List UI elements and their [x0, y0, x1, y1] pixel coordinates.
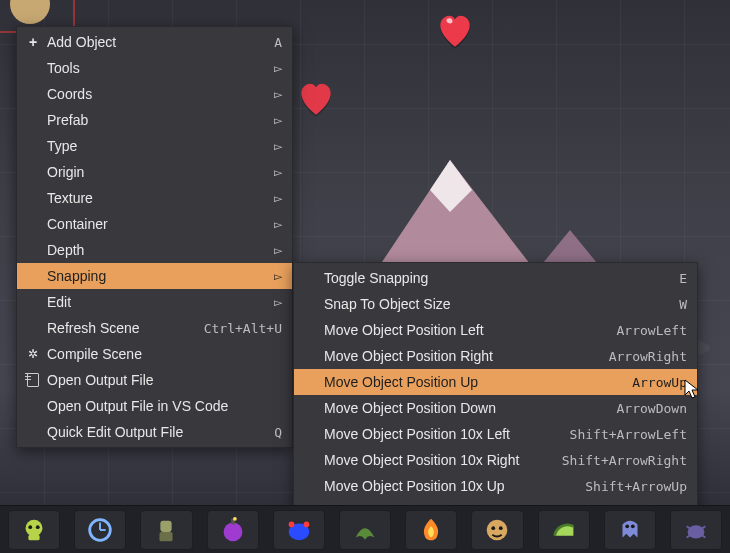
svg-marker-1 — [430, 160, 472, 212]
menu-item-open-output-file[interactable]: Open Output File — [17, 367, 292, 393]
menu-item-prefab[interactable]: Prefab▻ — [17, 107, 292, 133]
submenu-item-move-object-position-right[interactable]: Move Object Position RightArrowRight — [294, 343, 697, 369]
menu-item-snapping[interactable]: Snapping▻ — [17, 263, 292, 289]
ghost-icon — [615, 515, 645, 545]
tray-item-melon[interactable] — [538, 510, 590, 550]
submenu-item-label: Move Object Position Down — [320, 400, 601, 416]
flame-icon — [416, 515, 446, 545]
submenu-item-label: Snap To Object Size — [320, 296, 663, 312]
menu-item-container[interactable]: Container▻ — [17, 211, 292, 237]
menu-item-shortcut: A — [258, 35, 282, 50]
submenu-item-shortcut: ArrowLeft — [601, 323, 687, 338]
chevron-right-icon: ▻ — [270, 88, 282, 101]
tray-item-flame[interactable] — [405, 510, 457, 550]
menu-item-origin[interactable]: Origin▻ — [17, 159, 292, 185]
svg-point-12 — [28, 525, 32, 529]
svg-point-13 — [36, 525, 40, 529]
plus-icon — [23, 34, 43, 50]
tray-item-clock[interactable] — [74, 510, 126, 550]
svg-point-27 — [499, 526, 503, 530]
menu-item-label: Open Output File in VS Code — [43, 398, 282, 414]
svg-point-26 — [492, 526, 496, 530]
bug-icon — [681, 515, 711, 545]
submenu-item-shortcut: W — [663, 297, 687, 312]
asset-tray — [0, 505, 730, 553]
menu-item-texture[interactable]: Texture▻ — [17, 185, 292, 211]
submenu-item-shortcut: Shift+ArrowUp — [569, 479, 687, 494]
svg-point-21 — [233, 516, 237, 520]
tray-item-ghost[interactable] — [604, 510, 656, 550]
tray-item-dragon[interactable] — [339, 510, 391, 550]
context-menu: Add ObjectATools▻Coords▻Prefab▻Type▻Orig… — [16, 26, 293, 448]
submenu-item-move-object-position-up[interactable]: Move Object Position UpArrowUp — [294, 369, 697, 395]
menu-item-type[interactable]: Type▻ — [17, 133, 292, 159]
svg-point-30 — [688, 525, 705, 538]
svg-rect-17 — [161, 520, 172, 531]
submenu-item-shortcut: ArrowRight — [593, 349, 687, 364]
menu-item-refresh-scene[interactable]: Refresh SceneCtrl+Alt+U — [17, 315, 292, 341]
menu-item-label: Add Object — [43, 34, 258, 50]
submenu-item-toggle-snapping[interactable]: Toggle SnappingE — [294, 265, 697, 291]
tray-item-bomb[interactable] — [207, 510, 259, 550]
tray-item-skull[interactable] — [8, 510, 60, 550]
menu-item-edit[interactable]: Edit▻ — [17, 289, 292, 315]
svg-point-24 — [304, 521, 310, 527]
menu-item-label: Container — [43, 216, 270, 232]
menu-item-label: Type — [43, 138, 270, 154]
submenu-item-label: Move Object Position Up — [320, 374, 616, 390]
submenu-item-snap-to-object-size[interactable]: Snap To Object SizeW — [294, 291, 697, 317]
submenu-item-shortcut: Shift+ArrowLeft — [554, 427, 687, 442]
tray-item-blob[interactable] — [273, 510, 325, 550]
submenu-item-move-object-position-down[interactable]: Move Object Position DownArrowDown — [294, 395, 697, 421]
heart-sprite — [296, 80, 336, 116]
submenu-item-move-object-position-10x-right[interactable]: Move Object Position 10x RightShift+Arro… — [294, 447, 697, 473]
menu-item-label: Tools — [43, 60, 270, 76]
menu-item-label: Origin — [43, 164, 270, 180]
menu-item-quick-edit-output-file[interactable]: Quick Edit Output FileQ — [17, 419, 292, 445]
menu-item-label: Depth — [43, 242, 270, 258]
zombie-icon — [151, 515, 181, 545]
submenu-item-move-object-position-10x-up[interactable]: Move Object Position 10x UpShift+ArrowUp — [294, 473, 697, 499]
skull-icon — [19, 515, 49, 545]
tray-item-zombie[interactable] — [140, 510, 192, 550]
menu-item-depth[interactable]: Depth▻ — [17, 237, 292, 263]
menu-item-label: Refresh Scene — [43, 320, 188, 336]
clock-icon — [85, 515, 115, 545]
menu-item-coords[interactable]: Coords▻ — [17, 81, 292, 107]
dragon-icon — [350, 515, 380, 545]
submenu-item-label: Move Object Position Left — [320, 322, 601, 338]
melon-icon — [549, 515, 579, 545]
menu-item-label: Texture — [43, 190, 270, 206]
menu-item-add-object[interactable]: Add ObjectA — [17, 29, 292, 55]
menu-item-label: Edit — [43, 294, 270, 310]
submenu-item-shortcut: ArrowUp — [616, 375, 687, 390]
chevron-right-icon: ▻ — [270, 296, 282, 309]
blob-icon — [284, 515, 314, 545]
submenu-item-shortcut: Shift+ArrowRight — [546, 453, 687, 468]
chevron-right-icon: ▻ — [270, 192, 282, 205]
chevron-right-icon: ▻ — [270, 218, 282, 231]
submenu-item-move-object-position-10x-left[interactable]: Move Object Position 10x LeftShift+Arrow… — [294, 421, 697, 447]
chevron-right-icon: ▻ — [270, 166, 282, 179]
snapping-submenu: Toggle SnappingESnap To Object SizeWMove… — [293, 262, 698, 528]
tray-item-face[interactable] — [471, 510, 523, 550]
submenu-item-label: Move Object Position 10x Left — [320, 426, 554, 442]
submenu-item-label: Move Object Position 10x Right — [320, 452, 546, 468]
bomb-icon — [218, 515, 248, 545]
menu-item-label: Prefab — [43, 112, 270, 128]
menu-item-open-output-file-in-vs-code[interactable]: Open Output File in VS Code — [17, 393, 292, 419]
tray-item-bug[interactable] — [670, 510, 722, 550]
chevron-right-icon: ▻ — [270, 140, 282, 153]
svg-rect-11 — [28, 534, 39, 540]
menu-item-label: Open Output File — [43, 372, 282, 388]
svg-point-28 — [625, 524, 629, 528]
menu-item-label: Coords — [43, 86, 270, 102]
menu-item-label: Compile Scene — [43, 346, 282, 362]
menu-item-label: Quick Edit Output File — [43, 424, 258, 440]
menu-item-tools[interactable]: Tools▻ — [17, 55, 292, 81]
menu-item-compile-scene[interactable]: Compile Scene — [17, 341, 292, 367]
chevron-right-icon: ▻ — [270, 244, 282, 257]
chevron-right-icon: ▻ — [270, 114, 282, 127]
submenu-item-move-object-position-left[interactable]: Move Object Position LeftArrowLeft — [294, 317, 697, 343]
svg-rect-18 — [160, 531, 173, 540]
